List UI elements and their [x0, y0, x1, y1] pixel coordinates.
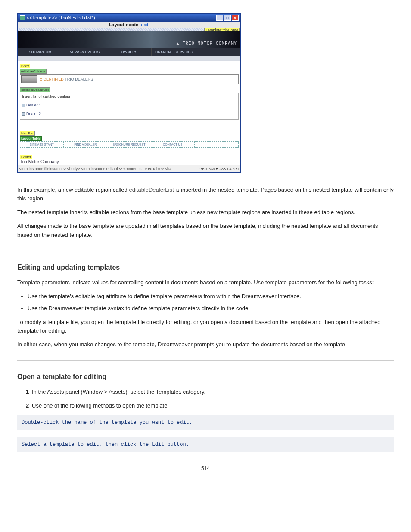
section-title: Open a template for editing	[17, 372, 394, 383]
tag-selector-path[interactable]: <mmtinstance:fileinstance> <body> <mmtin…	[18, 167, 196, 171]
list-item: 2Use one of the following methods to ope…	[26, 401, 394, 410]
util-find-dealer[interactable]: FIND A DEALER	[64, 142, 107, 147]
editable-dealerlist-tag: editableDealerList	[20, 87, 50, 92]
inline-code: editableDealerList	[129, 187, 174, 193]
brand-text: ▲ TRIO MOTOR COMPANY	[177, 41, 237, 46]
car-thumbnail	[21, 75, 37, 83]
footer-region-tag: Footer	[20, 155, 32, 159]
status-info: 776 x 539 ▾ 28K / 4 sec	[196, 167, 240, 171]
code-block: Double-click the name of the template yo…	[17, 415, 394, 430]
util-empty	[195, 142, 238, 147]
paragraph: Template parameters indicate values for …	[17, 278, 394, 287]
section-title: Editing and updating templates	[17, 262, 394, 273]
code-block: Select a template to edit, then click th…	[17, 437, 394, 452]
bullet-list: Use the template's editable tag attribut…	[28, 292, 394, 313]
bullet-icon	[22, 112, 25, 116]
page-body: In this example, a new editable region c…	[17, 186, 394, 452]
util-contact[interactable]: CONTACT US	[151, 142, 195, 147]
nav-spacer	[18, 56, 240, 61]
nav-empty	[196, 48, 240, 56]
paragraph: In this example, a new editable region c…	[17, 186, 394, 203]
editable-column-box: :: CERTIFIED TRIO DEALERS	[20, 74, 239, 84]
nav-showroom[interactable]: SHOWROOM	[18, 48, 62, 56]
utility-nav-row: SITE ASSISTANT FIND A DEALER BROCHURE RE…	[20, 141, 239, 148]
paragraph: In either case, when you make changes to…	[17, 340, 394, 349]
paragraph: The nested template inherits editable re…	[17, 208, 394, 217]
divider	[17, 360, 394, 361]
template-hatch-bar: Template:trioHome	[18, 28, 240, 31]
body-region-tag: Body	[20, 64, 30, 68]
layout-mode-exit-link[interactable]: [exit]	[140, 22, 149, 27]
window-title: <<Template>> (TrioNested.dwt*)	[27, 15, 215, 20]
paragraph: To modify a template file, you open the …	[17, 318, 394, 335]
nav-news[interactable]: NEWS & EVENTS	[62, 48, 107, 56]
minimize-button[interactable]: _	[216, 15, 223, 21]
paragraph: All changes made to the base template ar…	[17, 222, 394, 239]
titlebar: <<Template>> (TrioNested.dwt*) _ □ ✕	[18, 14, 240, 22]
screenshot-window: <<Template>> (TrioNested.dwt*) _ □ ✕ Lay…	[17, 13, 241, 173]
util-brochure[interactable]: BROCHURE REQUEST	[107, 142, 151, 147]
insert-instruction: Insert list of certified dealers	[22, 94, 237, 99]
maximize-button[interactable]: □	[224, 15, 231, 21]
content-area: Body editableColumn :: CERTIFIED TRIO DE…	[18, 61, 240, 165]
dealer-2[interactable]: Dealer 2	[22, 112, 237, 116]
app-icon	[20, 15, 25, 20]
divider	[17, 251, 394, 251]
layout-mode-bar: Layout mode [exit]	[18, 22, 240, 28]
editable-column-tag: editableColumn	[20, 69, 47, 74]
layout-mode-label: Layout mode	[109, 22, 140, 27]
status-bar: <mmtinstance:fileinstance> <body> <mmtin…	[18, 165, 240, 172]
bullet-icon	[22, 104, 25, 107]
list-item: Use the template's editable tag attribut…	[28, 292, 394, 301]
layout-table-tag: Layout Table	[20, 136, 42, 141]
primary-nav: SHOWROOM NEWS & EVENTS OWNERS FINANCIAL …	[18, 48, 240, 56]
nav-owners[interactable]: OWNERS	[107, 48, 152, 56]
nav-financial[interactable]: FINANCIAL SERVICES	[152, 48, 196, 56]
numbered-list: 1In the Assets panel (Window > Assets), …	[26, 388, 394, 410]
navbar-region-tag: Nav Bar	[20, 131, 35, 136]
close-button[interactable]: ✕	[232, 15, 239, 21]
page-number: 514	[17, 465, 394, 471]
list-item: Use the Dreamweaver template syntax to d…	[28, 304, 394, 313]
dealer-list-box[interactable]: Insert list of certified dealers Dealer …	[20, 93, 239, 120]
list-item: 1In the Assets panel (Window > Assets), …	[26, 388, 394, 396]
dealer-1[interactable]: Dealer 1	[22, 103, 237, 107]
util-site-assistant[interactable]: SITE ASSISTANT	[20, 142, 64, 147]
footer-company: Trio Motor Company	[20, 159, 59, 164]
certified-label: :: CERTIFIED TRIO DEALERS	[40, 77, 93, 81]
hero-banner: ▲ TRIO MOTOR COMPANY	[18, 31, 240, 48]
